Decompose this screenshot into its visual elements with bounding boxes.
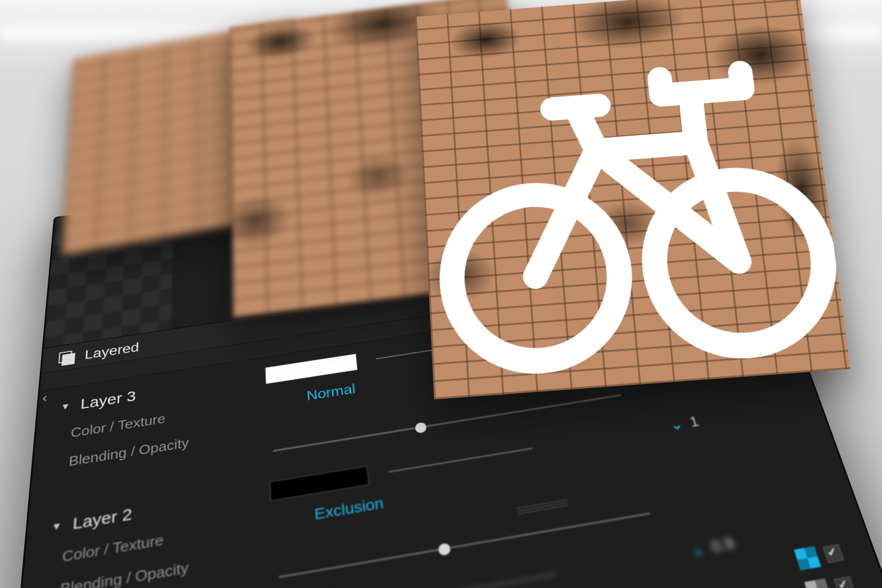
bicycle-icon (415, 0, 850, 399)
chevron-down-icon: ⌄ (689, 540, 706, 560)
grip-icon[interactable] (516, 499, 569, 516)
panel-title: Layered (84, 340, 139, 363)
expand-caret-icon[interactable]: ▼ (60, 400, 71, 412)
stage: Layered ‹ ▼ Layer 3 ⌄ 1 Color / Texture (0, 0, 882, 588)
slider-knob[interactable] (437, 542, 452, 557)
opacity-value: 1 (688, 413, 701, 430)
blend-mode-dropdown[interactable]: Normal (306, 381, 356, 404)
slider-knob[interactable] (414, 421, 427, 434)
preview-tile-brick-bike (415, 0, 850, 399)
opacity-dropdown[interactable]: ⌄ 1 (669, 413, 700, 434)
slider-track[interactable] (402, 574, 556, 588)
blend-mode-dropdown[interactable]: Exclusion (314, 495, 385, 523)
opacity-dropdown[interactable]: ⌄ 0.9 (689, 534, 736, 560)
collapse-left-icon[interactable]: ‹ (42, 390, 48, 406)
expand-caret-icon[interactable]: ▼ (51, 520, 63, 533)
layered-icon (58, 350, 74, 366)
chevron-down-icon: ⌄ (669, 416, 684, 433)
opacity-value: 0.9 (709, 534, 736, 556)
